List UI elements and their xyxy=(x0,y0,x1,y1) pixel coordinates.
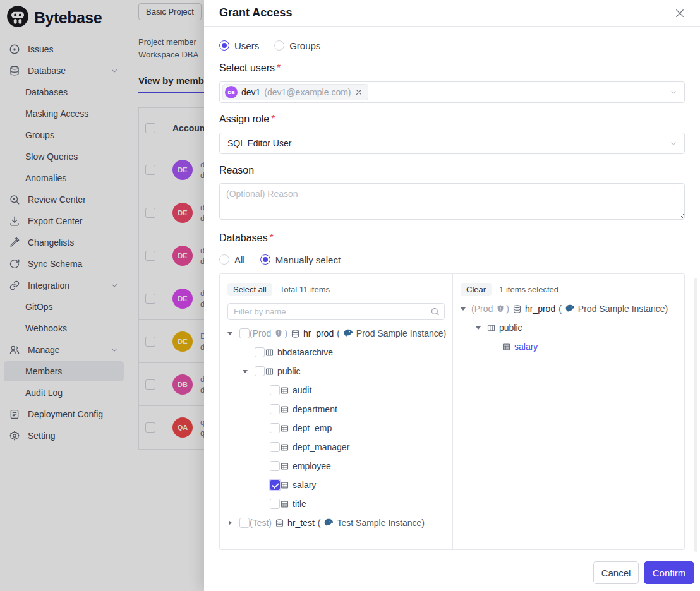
tree-row-salary[interactable]: salary xyxy=(453,337,684,356)
cancel-button[interactable]: Cancel xyxy=(593,561,639,584)
selected-panel-controls: Clear 1 items selected xyxy=(453,282,684,297)
node-label: title xyxy=(293,499,306,509)
instance-paren: ( xyxy=(318,518,321,528)
node-label: bbdataarchive xyxy=(277,347,333,357)
tree-row-salary[interactable]: salary xyxy=(220,475,452,494)
environment-label-close: ) xyxy=(284,328,287,338)
drawer-header: Grant Access xyxy=(204,0,700,27)
instance-label: Prod Sample Instance) xyxy=(578,304,668,314)
node-label: salary xyxy=(514,342,538,352)
checkbox[interactable] xyxy=(270,442,280,452)
node-label: employee xyxy=(293,461,331,471)
database-picker-selected-panel: Clear 1 items selected (Prod)hr_prod(Pro… xyxy=(453,274,684,549)
radio-manually-select[interactable]: Manually select xyxy=(260,254,341,265)
avatar: DE xyxy=(225,86,238,98)
radio-all[interactable]: All xyxy=(219,254,245,265)
postgresql-icon xyxy=(565,304,575,314)
environment-label: (Prod xyxy=(250,328,271,338)
confirm-button[interactable]: Confirm xyxy=(644,561,694,584)
search-icon xyxy=(430,307,440,319)
databases-label: Databases* xyxy=(219,232,685,245)
drawer-body: Users Groups Select users* DE dev1 (dev1… xyxy=(204,27,700,554)
tree-row-public[interactable]: public xyxy=(453,318,684,337)
node-label: audit xyxy=(293,385,311,395)
chevron-down-icon xyxy=(669,139,678,148)
shield-icon xyxy=(274,329,283,338)
radio-all-dot xyxy=(219,254,229,265)
tree-row-department[interactable]: department xyxy=(220,400,452,419)
caret-down-icon[interactable] xyxy=(225,330,235,337)
screen: Bytebase IssuesDatabaseDatabasesMasking … xyxy=(0,0,700,591)
filter-input[interactable] xyxy=(227,303,445,320)
tree-row-hr-test[interactable]: (Test)hr_test(Test Sample Instance) xyxy=(220,513,452,532)
assign-role-value: SQL Editor User xyxy=(227,138,291,148)
table-icon xyxy=(280,499,289,509)
tree-row-audit[interactable]: audit xyxy=(220,381,452,400)
checkbox[interactable] xyxy=(255,366,265,376)
radio-users-label: Users xyxy=(234,40,259,51)
scrollbar[interactable] xyxy=(694,278,697,552)
tree-row-dept-manager[interactable]: dept_manager xyxy=(220,438,452,457)
checkbox[interactable] xyxy=(239,328,250,338)
tree-row-dept-emp[interactable]: dept_emp xyxy=(220,419,452,438)
tree-row-employee[interactable]: employee xyxy=(220,457,452,475)
tree-row-title[interactable]: title xyxy=(220,494,452,513)
table-icon xyxy=(280,424,289,433)
tree-row-public[interactable]: public xyxy=(220,362,452,381)
checkbox[interactable] xyxy=(270,461,280,471)
node-label: dept_manager xyxy=(293,442,349,452)
source-panel-controls: Select all Total 11 items xyxy=(220,282,452,297)
table-icon xyxy=(280,386,289,395)
checkbox[interactable] xyxy=(270,499,280,509)
clear-button[interactable]: Clear xyxy=(461,283,492,296)
drawer-footer: Cancel Confirm xyxy=(204,554,700,591)
select-all-button[interactable]: Select all xyxy=(227,283,272,296)
select-users-input[interactable]: DE dev1 (dev1@example.com) xyxy=(219,81,685,103)
user-chip: DE dev1 (dev1@example.com) xyxy=(222,84,368,100)
chevron-down-icon xyxy=(669,88,678,97)
database-icon xyxy=(291,329,300,338)
checkbox[interactable] xyxy=(270,480,280,490)
radio-all-label: All xyxy=(234,254,245,265)
database-icon xyxy=(512,304,522,314)
reason-textarea[interactable] xyxy=(219,183,685,220)
node-label: public xyxy=(277,366,301,376)
postgresql-icon xyxy=(323,518,334,528)
reason-label: Reason xyxy=(219,165,685,177)
instance-label: Prod Sample Instance) xyxy=(356,328,446,338)
environment-label: (Test) xyxy=(250,518,272,528)
chip-remove-icon[interactable] xyxy=(355,88,363,96)
caret-down-icon[interactable] xyxy=(458,306,468,312)
node-label: hr_prod xyxy=(303,328,334,338)
environment-label-close: ) xyxy=(506,304,509,314)
close-icon[interactable] xyxy=(673,7,686,20)
radio-groups-dot xyxy=(274,40,284,51)
checkbox[interactable] xyxy=(239,518,250,528)
radio-users[interactable]: Users xyxy=(219,40,259,51)
database-picker: Select all Total 11 items (Prod)hr_prod(… xyxy=(219,273,685,550)
node-label: public xyxy=(499,323,522,333)
assign-role-select[interactable]: SQL Editor User xyxy=(219,133,685,154)
filter-field xyxy=(227,303,445,320)
radio-groups[interactable]: Groups xyxy=(274,40,320,51)
checkbox[interactable] xyxy=(270,385,280,395)
required-asterisk: * xyxy=(271,114,275,124)
tree-row-hr-prod[interactable]: (Prod)hr_prod(Prod Sample Instance) xyxy=(220,324,452,343)
caret-down-icon[interactable] xyxy=(473,325,483,331)
database-picker-source-panel: Select all Total 11 items (Prod)hr_prod(… xyxy=(220,274,453,549)
tree-row-bbdataarchive[interactable]: bbdataarchive xyxy=(220,343,452,362)
caret-right-icon[interactable] xyxy=(225,520,235,526)
instance-paren: ( xyxy=(558,304,562,314)
checkbox[interactable] xyxy=(270,423,280,433)
user-chip-name: dev1 xyxy=(241,87,260,97)
checkbox[interactable] xyxy=(270,404,280,414)
environment-label: (Prod xyxy=(471,304,493,314)
select-users-label: Select users* xyxy=(219,63,685,75)
checkbox[interactable] xyxy=(255,347,265,357)
postgresql-icon xyxy=(343,328,353,338)
radio-manually-select-label: Manually select xyxy=(275,254,341,265)
node-label: hr_test xyxy=(287,518,315,528)
tree-row-hr-prod[interactable]: (Prod)hr_prod(Prod Sample Instance) xyxy=(453,299,684,318)
caret-down-icon[interactable] xyxy=(240,368,250,374)
grant-access-drawer: Grant Access Users Groups Select users* xyxy=(204,0,700,591)
